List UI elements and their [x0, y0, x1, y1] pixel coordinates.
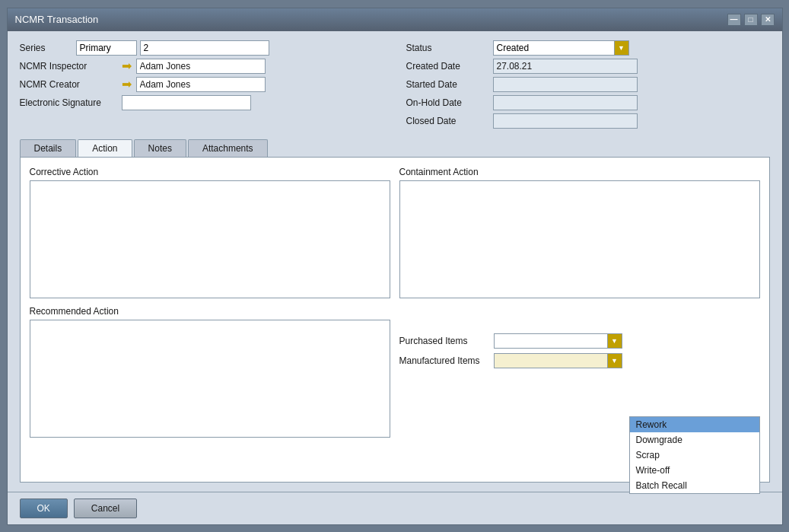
- corrective-action-label: Corrective Action: [30, 167, 390, 177]
- ncmr-inspector-input[interactable]: [136, 59, 266, 74]
- right-fields: Status Created Date Started Date: [406, 40, 770, 129]
- status-row: Status: [406, 40, 770, 56]
- footer: OK Cancel: [8, 492, 782, 524]
- purchased-items-dropdown: [494, 333, 622, 349]
- ncmr-creator-label: NCMR Creator: [20, 79, 119, 90]
- created-date-row: Created Date: [406, 59, 770, 74]
- main-window: NCMR Transaction — □ ✕ Series NCMR Inspe…: [7, 8, 783, 525]
- tab-details[interactable]: Details: [20, 139, 77, 157]
- cancel-button[interactable]: Cancel: [74, 499, 137, 518]
- purchased-items-input[interactable]: [494, 333, 608, 349]
- ncmr-creator-input[interactable]: [136, 77, 266, 92]
- series-primary-input[interactable]: [76, 40, 137, 56]
- window-controls: — □ ✕: [727, 14, 775, 26]
- status-label: Status: [406, 43, 490, 53]
- ncmr-creator-row: NCMR Creator ➡: [20, 77, 383, 92]
- series-label: Series: [20, 43, 73, 53]
- closed-date-label: Closed Date: [406, 116, 490, 126]
- containment-action-textarea[interactable]: [399, 180, 760, 298]
- window-title: NCMR Transaction: [15, 14, 99, 25]
- status-input[interactable]: [493, 40, 615, 56]
- manufactured-items-label: Manufactured Items: [399, 355, 491, 366]
- left-fields: Series NCMR Inspector ➡ NCMR Creator ➡: [20, 40, 383, 129]
- recommended-action-label: Recommended Action: [30, 306, 390, 317]
- tab-action[interactable]: Action: [78, 139, 132, 157]
- purchased-items-arrow[interactable]: [607, 333, 622, 349]
- top-form: Series NCMR Inspector ➡ NCMR Creator ➡: [20, 40, 770, 129]
- dropdown-option-batchrecall[interactable]: Batch Recall: [630, 478, 759, 493]
- closed-date-input[interactable]: [493, 113, 638, 129]
- tab-attachments[interactable]: Attachments: [188, 139, 268, 157]
- created-date-label: Created Date: [406, 61, 490, 72]
- series-row: Series: [20, 40, 383, 56]
- purchased-items-row: Purchased Items: [399, 333, 760, 349]
- ncmr-inspector-row: NCMR Inspector ➡: [20, 59, 383, 74]
- manufactured-items-arrow[interactable]: [607, 353, 622, 368]
- electronic-signature-label: Electronic Signature: [20, 97, 119, 108]
- ncmr-inspector-label: NCMR Inspector: [20, 61, 119, 72]
- closed-date-row: Closed Date: [406, 113, 770, 129]
- corrective-action-section: Corrective Action: [30, 167, 390, 298]
- on-hold-date-input[interactable]: [493, 95, 638, 110]
- action-top-row: Corrective Action Containment Action: [30, 167, 760, 298]
- started-date-row: Started Date: [406, 77, 770, 92]
- ok-button[interactable]: OK: [20, 499, 68, 518]
- containment-action-label: Containment Action: [399, 167, 760, 177]
- creator-arrow-icon: ➡: [122, 77, 132, 91]
- dropdown-option-scrap[interactable]: Scrap: [630, 448, 759, 463]
- on-hold-date-label: On-Hold Date: [406, 97, 490, 108]
- status-dropdown-arrow[interactable]: [614, 40, 629, 56]
- dropdown-option-rework[interactable]: Rework: [630, 417, 759, 432]
- dropdown-option-downgrade[interactable]: Downgrade: [630, 432, 759, 448]
- status-wrapper: [493, 40, 629, 56]
- tab-content: Corrective Action Containment Action Rec…: [20, 158, 770, 483]
- started-date-input[interactable]: [493, 77, 638, 92]
- recommended-action-textarea[interactable]: [30, 320, 390, 438]
- tabs-bar: Details Action Notes Attachments: [20, 139, 770, 158]
- recommended-action-section: Recommended Action: [30, 306, 390, 438]
- containment-action-section: Containment Action: [399, 167, 760, 298]
- corrective-action-textarea[interactable]: [30, 180, 390, 298]
- dropdown-option-writeoff[interactable]: Write-off: [630, 463, 759, 478]
- purchased-items-label: Purchased Items: [399, 336, 491, 346]
- minimize-button[interactable]: —: [727, 14, 741, 26]
- series-number-input[interactable]: [140, 40, 269, 56]
- started-date-label: Started Date: [406, 79, 490, 90]
- maximize-button[interactable]: □: [744, 14, 758, 26]
- tab-notes[interactable]: Notes: [134, 139, 186, 157]
- manufactured-items-input[interactable]: [494, 353, 608, 368]
- on-hold-date-row: On-Hold Date: [406, 95, 770, 110]
- inspector-arrow-icon: ➡: [122, 59, 132, 73]
- electronic-signature-input[interactable]: [122, 95, 251, 110]
- manufactured-items-dropdown: [494, 353, 622, 368]
- electronic-signature-row: Electronic Signature: [20, 95, 383, 110]
- close-button[interactable]: ✕: [761, 14, 775, 26]
- window-content: Series NCMR Inspector ➡ NCMR Creator ➡: [8, 31, 782, 492]
- title-bar: NCMR Transaction — □ ✕: [8, 8, 782, 31]
- manufactured-items-dropdown-list: Rework Downgrade Scrap Write-off Batch R…: [629, 416, 760, 494]
- manufactured-items-row: Manufactured Items: [399, 353, 760, 368]
- created-date-input[interactable]: [493, 59, 638, 74]
